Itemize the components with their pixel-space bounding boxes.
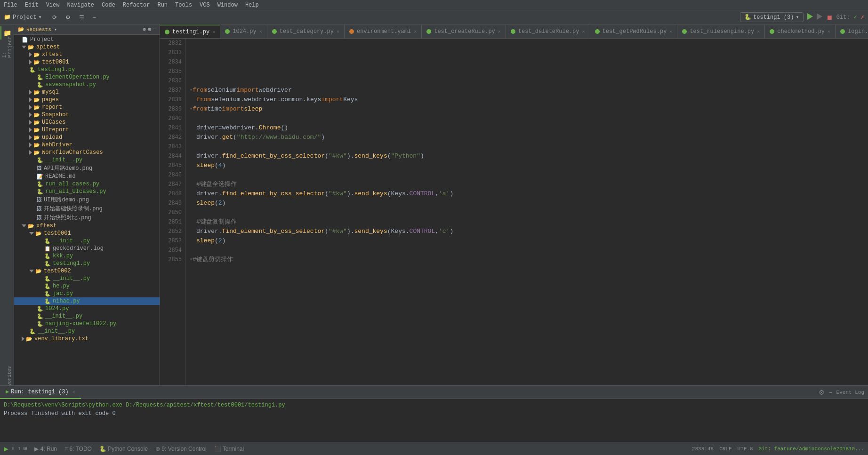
tab-testing1-py[interactable]: testing1.py✕: [160, 25, 220, 38]
tree-item-33[interactable]: 🐍jac.py: [14, 290, 160, 297]
panel-close-icon[interactable]: −: [153, 26, 156, 32]
tree-item-15[interactable]: 📂WorkflowChartCases: [14, 149, 160, 156]
tree-item-14[interactable]: 📂WebDriver: [14, 141, 160, 149]
run-play-action-icon[interactable]: ▶: [4, 444, 8, 454]
tree-item-13[interactable]: 📂upload: [14, 134, 160, 141]
menu-navigate[interactable]: Navigate: [67, 2, 94, 8]
run-button[interactable]: [807, 13, 813, 21]
layout-btn[interactable]: ☰: [76, 13, 87, 22]
tree-item-5[interactable]: 🐍ElementOperation.py: [14, 73, 160, 81]
tree-item-9[interactable]: 📂report: [14, 104, 160, 111]
tab-close-3[interactable]: ✕: [414, 29, 417, 34]
run-action-btn[interactable]: ▶ 4: Run: [34, 446, 57, 452]
tree-item-18[interactable]: 📝README.md: [14, 173, 160, 180]
debug-button[interactable]: [817, 13, 822, 21]
toolbar: 📁 Project ▾ ⟳ ⚙ ☰ − 🐍 testing1 (3) ▾ ⏹ G…: [0, 10, 868, 24]
tree-item-17[interactable]: 🖼API用路demo.png: [14, 164, 160, 173]
tree-item-1[interactable]: 📂apitest: [14, 43, 160, 51]
tab-close-1[interactable]: ✕: [259, 29, 262, 34]
tree-item-12[interactable]: 📂UIreport: [14, 126, 160, 134]
run-more-icon[interactable]: ⊞: [24, 445, 27, 452]
tree-item-32[interactable]: 🐍he.py: [14, 282, 160, 290]
tree-item-16[interactable]: 🐍__init__.py: [14, 156, 160, 164]
tree-item-22[interactable]: 🖼开始基础快照录制.png: [14, 204, 160, 213]
tree-item-36[interactable]: 🐍__init__.py: [14, 312, 160, 320]
settings-btn[interactable]: ⚙: [63, 13, 73, 22]
tree-item-34[interactable]: 🐍nihao.py: [14, 297, 160, 305]
stop-button[interactable]: ⏹: [826, 14, 833, 21]
tab-environment-yaml[interactable]: environment.yaml✕: [345, 25, 422, 38]
activity-favorites[interactable]: 2: Favorites: [0, 372, 14, 385]
tree-item-39[interactable]: 📂venv_library.txt: [14, 335, 160, 343]
tab-close-0[interactable]: ✕: [212, 29, 215, 35]
tree-item-4[interactable]: 🐍testing1.py: [14, 66, 160, 73]
menu-refactor[interactable]: Refactor: [123, 2, 150, 8]
tree-item-20[interactable]: 🐍run_all_UIcases.py: [14, 188, 160, 195]
tab-close-4[interactable]: ✕: [498, 29, 501, 34]
tab-close-6[interactable]: ✕: [669, 29, 672, 34]
panel-dropdown[interactable]: ▾: [54, 26, 57, 32]
tree-item-29[interactable]: 🐍testing1.py: [14, 260, 160, 267]
tab-login-py[interactable]: login.py✕: [836, 25, 868, 38]
tree-item-2[interactable]: 📂xftest: [14, 51, 160, 58]
terminal-btn[interactable]: ⬛ Terminal: [214, 446, 244, 452]
tab-close-5[interactable]: ✕: [582, 29, 585, 34]
tree-item-25[interactable]: 📂test0001: [14, 230, 160, 237]
tree-item-27[interactable]: 📋geckodriver.log: [14, 245, 160, 252]
tree-item-23[interactable]: 🖼开始快照对比.png: [14, 213, 160, 222]
menu-code[interactable]: Code: [102, 2, 115, 8]
tree-item-31[interactable]: 🐍__init__.py: [14, 275, 160, 282]
tree-item-38[interactable]: 🐍__init__.py: [14, 327, 160, 335]
menu-window[interactable]: Window: [217, 2, 238, 8]
tree-item-30[interactable]: 📂test0002: [14, 267, 160, 275]
todo-btn[interactable]: ≡ 6: TODO: [64, 446, 92, 452]
folder-icon-30: 📂: [35, 268, 42, 274]
tree-item-35[interactable]: 🐍1024.py: [14, 305, 160, 312]
sync-btn[interactable]: ⟳: [49, 13, 60, 22]
run-tab[interactable]: ▶ Run: testing1 (3) ✕: [0, 386, 81, 399]
menu-view[interactable]: View: [46, 2, 60, 8]
code-content[interactable]: ▾from selenium import webdriverfrom sele…: [186, 39, 868, 385]
menu-file[interactable]: File: [4, 2, 17, 8]
menu-run[interactable]: Run: [157, 2, 168, 8]
tab-test-deleteRule-py[interactable]: test_deleteRule.py✕: [506, 25, 590, 38]
tab-file-icon-7: [682, 29, 687, 34]
python-console-btn[interactable]: 🐍 Python Console: [99, 446, 148, 452]
panel-settings-icon[interactable]: ⚙: [143, 26, 146, 32]
bottom-minus-btn[interactable]: −: [828, 389, 832, 396]
tree-item-7[interactable]: 📂mysql: [14, 88, 160, 96]
tab-1024-py[interactable]: 1024.py✕: [220, 25, 267, 38]
tree-item-8[interactable]: 📂pages: [14, 96, 160, 104]
menu-tools[interactable]: Tools: [175, 2, 192, 8]
tab-test-category-py[interactable]: test_category.py✕: [267, 25, 345, 38]
menu-vcs[interactable]: VCS: [200, 2, 210, 8]
panel-layout-icon[interactable]: ⊞: [148, 26, 151, 32]
menu-help[interactable]: Help: [245, 2, 259, 8]
close-panel-btn[interactable]: −: [90, 13, 99, 22]
tree-item-3[interactable]: 📂test0001: [14, 58, 160, 66]
run-step-up-icon[interactable]: ⬆: [17, 445, 21, 452]
tree-item-26[interactable]: 🐍__init__.py: [14, 237, 160, 245]
menu-edit[interactable]: Edit: [25, 2, 39, 8]
run-tab-close[interactable]: ✕: [72, 389, 75, 395]
tab-test-rulesengine-py[interactable]: test_rulesengine.py✕: [677, 25, 765, 38]
tree-item-10[interactable]: 📂Snapshot: [14, 111, 160, 119]
version-control-btn[interactable]: ⊛ 9: Version Control: [155, 446, 207, 452]
tab-test-getPwdRules-py[interactable]: test_getPwdRules.py✕: [590, 25, 678, 38]
tree-item-19[interactable]: 🐍run_all_cases.py: [14, 180, 160, 188]
tree-item-21[interactable]: 🖼UI用路demo.png: [14, 195, 160, 204]
tab-close-8[interactable]: ✕: [828, 29, 830, 34]
tab-checkmethod-py[interactable]: checkmethod.py✕: [765, 25, 836, 38]
tab-close-2[interactable]: ✕: [337, 29, 339, 34]
activity-structure[interactable]: 1: Project: [0, 40, 14, 54]
bottom-settings-btn[interactable]: ⚙: [819, 389, 825, 396]
tab-close-7[interactable]: ✕: [757, 29, 760, 34]
tree-item-6[interactable]: 🐍savesnapshot.py: [14, 81, 160, 88]
tree-item-0[interactable]: 📄Project: [14, 36, 160, 43]
tree-item-24[interactable]: 📂xftest: [14, 222, 160, 230]
tree-item-37[interactable]: 🐍nanjing-xuefei1022.py: [14, 320, 160, 327]
tree-item-11[interactable]: 📂UICases: [14, 119, 160, 126]
run-step-down-icon[interactable]: ⬇: [11, 445, 15, 452]
tab-test-createRule-py[interactable]: test_createRule.py✕: [422, 25, 506, 38]
tree-item-28[interactable]: 🐍kkk.py: [14, 252, 160, 260]
